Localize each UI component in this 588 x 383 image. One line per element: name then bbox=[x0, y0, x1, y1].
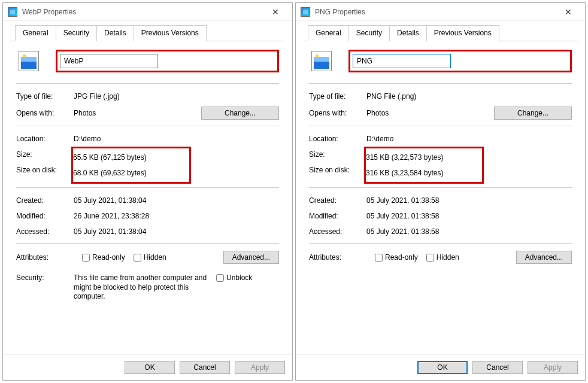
label-attributes: Attributes: bbox=[16, 253, 74, 262]
label-opens-with: Opens with: bbox=[309, 109, 366, 117]
label-size: Size: bbox=[309, 150, 366, 159]
size-highlight: 315 KB (3,22,573 bytes) 316 KB (3,23,584… bbox=[364, 147, 484, 184]
checkbox-readonly[interactable]: Read-only bbox=[82, 253, 125, 262]
separator bbox=[309, 126, 572, 126]
row-location: Location: D:\demo bbox=[309, 131, 572, 147]
close-icon[interactable]: ✕ bbox=[556, 5, 580, 19]
value-opens-with: Photos bbox=[366, 109, 494, 117]
checkbox-readonly-label: Read-only bbox=[92, 253, 125, 262]
filename-input[interactable] bbox=[353, 54, 451, 68]
tab-security[interactable]: Security bbox=[348, 25, 390, 41]
separator bbox=[309, 187, 572, 188]
label-accessed: Accessed: bbox=[309, 227, 366, 236]
tab-previous versions[interactable]: Previous Versions bbox=[426, 25, 499, 41]
row-accessed: Accessed: 05 July 2021, 01:38:58 bbox=[309, 224, 572, 239]
checkbox-hidden-label: Hidden bbox=[144, 253, 166, 262]
change-button[interactable]: Change... bbox=[494, 107, 572, 120]
label-location: Location: bbox=[16, 135, 74, 143]
titlebar: PNG Properties ✕ bbox=[296, 3, 585, 21]
cancel-button[interactable]: Cancel bbox=[472, 361, 523, 374]
row-security: Security: This file came from another co… bbox=[16, 271, 279, 304]
value-created: 05 July 2021, 01:38:04 bbox=[74, 196, 279, 205]
checkbox-readonly-input[interactable] bbox=[375, 254, 383, 262]
value-security: This file came from another computer and… bbox=[74, 273, 211, 302]
value-size-on-disk: 68.0 KB (69,632 bytes) bbox=[73, 169, 187, 177]
label-opens-with: Opens with: bbox=[16, 109, 74, 117]
tab-details[interactable]: Details bbox=[96, 25, 134, 41]
ok-button[interactable]: OK bbox=[417, 361, 468, 374]
titlebar: WebP Properties ✕ bbox=[3, 3, 292, 21]
row-modified: Modified: 26 June 2021, 23:38:28 bbox=[16, 208, 279, 224]
checkbox-hidden-input[interactable] bbox=[134, 254, 141, 262]
checkbox-hidden-input[interactable] bbox=[426, 254, 434, 262]
label-created: Created: bbox=[16, 196, 74, 205]
checkbox-hidden-label: Hidden bbox=[437, 253, 459, 262]
label-created: Created: bbox=[309, 196, 366, 205]
advanced-button[interactable]: Advanced... bbox=[223, 251, 279, 264]
ok-button[interactable]: OK bbox=[125, 361, 175, 374]
row-attributes: Attributes: Read-only Hidden Advanced... bbox=[309, 248, 572, 266]
checkbox-unblock-input[interactable] bbox=[216, 274, 224, 282]
apply-button[interactable]: Apply bbox=[235, 361, 285, 374]
checkbox-readonly-input[interactable] bbox=[82, 254, 90, 262]
label-security: Security: bbox=[16, 273, 74, 282]
checkbox-unblock[interactable]: Unblock bbox=[216, 273, 252, 282]
tab-details[interactable]: Details bbox=[389, 25, 427, 41]
row-modified: Modified: 05 July 2021, 01:38:58 bbox=[309, 208, 572, 224]
value-modified: 26 June 2021, 23:38:28 bbox=[74, 212, 279, 220]
checkbox-hidden[interactable]: Hidden bbox=[134, 253, 166, 262]
row-opens-with: Opens with: Photos Change... bbox=[309, 104, 572, 122]
separator bbox=[309, 243, 572, 244]
checkbox-hidden[interactable]: Hidden bbox=[426, 253, 459, 262]
properties-dialog: PNG Properties ✕ GeneralSecurityDetailsP… bbox=[295, 2, 586, 381]
label-type: Type of file: bbox=[309, 92, 366, 101]
tab-previous versions[interactable]: Previous Versions bbox=[134, 25, 207, 41]
separator bbox=[16, 243, 279, 244]
label-attributes: Attributes: bbox=[309, 253, 366, 262]
size-block-wrapper: Size: Size on disk: 65.5 KB (67,125 byte… bbox=[16, 147, 279, 184]
filename-highlight bbox=[56, 50, 279, 72]
file-type-icon bbox=[311, 51, 332, 71]
row-created: Created: 05 July 2021, 01:38:04 bbox=[16, 193, 279, 208]
value-size: 315 KB (3,22,573 bytes) bbox=[366, 153, 480, 162]
label-size-on-disk: Size on disk: bbox=[16, 166, 74, 174]
tab-content: Type of file: JPG File (.jpg) Opens with… bbox=[3, 41, 292, 354]
value-size-on-disk: 316 KB (3,23,584 bytes) bbox=[366, 169, 480, 177]
filename-highlight bbox=[348, 50, 572, 72]
size-block-wrapper: Size: Size on disk: 315 KB (3,22,573 byt… bbox=[309, 147, 572, 184]
window-icon bbox=[8, 7, 17, 17]
label-size-on-disk: Size on disk: bbox=[309, 166, 366, 174]
tab-content: Type of file: PNG File (.png) Opens with… bbox=[296, 41, 585, 354]
value-created: 05 July 2021, 01:38:58 bbox=[366, 196, 572, 205]
size-labels: Size: Size on disk: bbox=[309, 147, 366, 178]
value-size: 65.5 KB (67,125 bytes) bbox=[73, 153, 187, 162]
label-location: Location: bbox=[309, 135, 366, 143]
tab-general[interactable]: General bbox=[308, 25, 349, 41]
separator bbox=[16, 126, 279, 126]
value-location: D:\demo bbox=[366, 135, 572, 143]
value-accessed: 05 July 2021, 01:38:58 bbox=[366, 227, 572, 236]
change-button[interactable]: Change... bbox=[201, 107, 279, 120]
separator bbox=[16, 83, 279, 84]
size-labels: Size: Size on disk: bbox=[16, 147, 74, 178]
checkbox-readonly[interactable]: Read-only bbox=[375, 253, 418, 262]
cancel-button[interactable]: Cancel bbox=[180, 361, 230, 374]
apply-button[interactable]: Apply bbox=[528, 361, 578, 374]
advanced-button[interactable]: Advanced... bbox=[516, 251, 572, 264]
separator bbox=[309, 83, 572, 84]
checkbox-readonly-label: Read-only bbox=[385, 253, 418, 262]
tab-security[interactable]: Security bbox=[56, 25, 97, 41]
checkbox-unblock-label: Unblock bbox=[226, 273, 252, 282]
label-size: Size: bbox=[16, 150, 74, 159]
close-icon[interactable]: ✕ bbox=[263, 5, 287, 19]
tab-general[interactable]: General bbox=[15, 25, 56, 41]
row-location: Location: D:\demo bbox=[16, 131, 279, 147]
filename-input[interactable] bbox=[60, 54, 158, 68]
filename-row bbox=[309, 47, 572, 80]
properties-dialog: WebP Properties ✕ GeneralSecurityDetails… bbox=[2, 2, 293, 381]
window-title: WebP Properties bbox=[22, 8, 263, 16]
window-title: PNG Properties bbox=[315, 8, 556, 16]
label-type: Type of file: bbox=[16, 92, 74, 101]
value-modified: 05 July 2021, 01:38:58 bbox=[366, 212, 572, 220]
value-location: D:\demo bbox=[74, 135, 279, 143]
